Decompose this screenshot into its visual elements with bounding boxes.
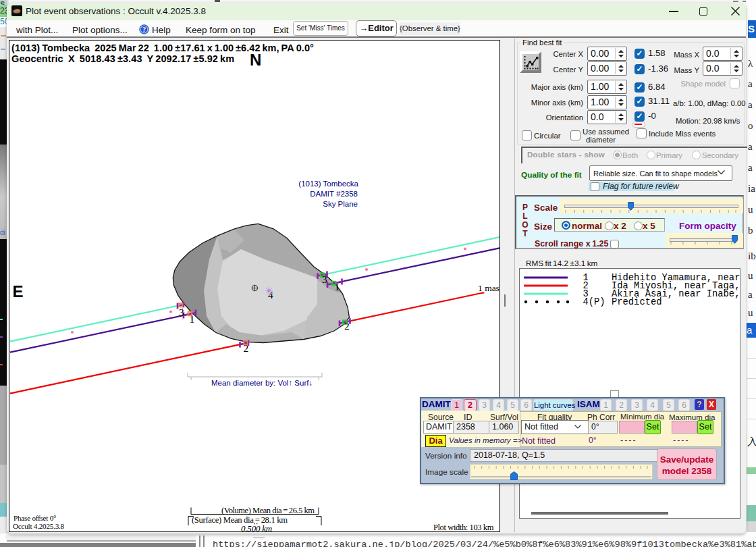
svg-text:Occult 4.2025.3.8: Occult 4.2025.3.8 (13, 522, 65, 530)
svg-text:3: 3 (179, 307, 184, 318)
svg-text:Mean diameter by: Vol↑ Surf↓: Mean diameter by: Vol↑ Surf↓ (211, 379, 313, 387)
svg-text:0.500 km: 0.500 km (241, 523, 272, 533)
svg-text:(Volume) Mean dia = 26.5 km: (Volume) Mean dia = 26.5 km (221, 506, 315, 515)
svg-text:Plot width: 103 km: Plot width: 103 km (433, 523, 494, 532)
svg-text:?: ? (142, 26, 146, 33)
svg-text:(1013) Tombecka: (1013) Tombecka (298, 180, 358, 188)
svg-text:E: E (13, 282, 24, 301)
svg-text:(Surface) Mean dia = 28.1 km: (Surface) Mean dia = 28.1 km (192, 515, 288, 525)
svg-text:Geocentric X 5018.43 ±3.43: Geocentric X 5018.43 ±3.43 Y 2092.17 ±5.… (11, 53, 234, 64)
svg-text:N: N (250, 51, 261, 69)
svg-text:Predicted: Predicted (612, 297, 662, 307)
svg-text:3: 3 (322, 274, 327, 285)
svg-text:4(P): 4(P) (583, 297, 605, 307)
svg-text:Phase offset 0°: Phase offset 0° (14, 514, 56, 522)
svg-text:(1013) Tombecka 2025 Mar 22: (1013) Tombecka 2025 Mar 22 1.00 ±17.61 … (11, 43, 314, 53)
svg-text:Sky Plane: Sky Plane (323, 200, 358, 208)
svg-text:DAMIT #2358: DAMIT #2358 (310, 190, 358, 198)
svg-text:1: 1 (190, 313, 195, 325)
svg-text:1: 1 (335, 281, 340, 292)
svg-text:1 mas: 1 mas (478, 283, 500, 293)
svg-text:2: 2 (244, 342, 249, 354)
svg-text:2: 2 (344, 320, 350, 332)
